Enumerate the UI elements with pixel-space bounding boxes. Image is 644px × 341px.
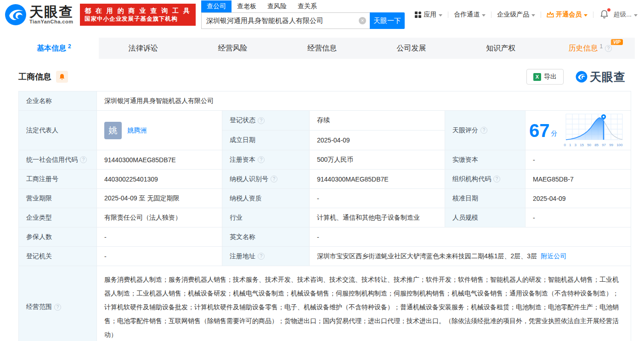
tab-label: 经营信息 [307,44,337,53]
tianyancha-logo[interactable]: 天眼查 TianYanCha.com [5,4,73,26]
tab-intellectual-property[interactable]: 知识产权 [456,38,546,59]
table-row: 工商注册号 440300225401309 纳税人识别号? 91440300MA… [19,170,631,189]
tab-history-info[interactable]: VIP 历史信息 1 ? [545,38,635,59]
help-icon[interactable]: ? [258,156,265,163]
reg-address-value: 深圳市宝安区西乡街道蚝业社区大铲湾蓝色未来科技园二期4栋1层、2层、3层附近公司 [310,247,631,266]
tab-operation-risk[interactable]: 经营风险 [188,38,277,59]
notification-red-dot [607,8,610,11]
table-row: 法定代表人 姚 姚腾洲 登记状态? 存续 天眼评分? 67 分 [19,111,631,131]
export-button[interactable]: X 导出 [526,69,564,85]
chevron-down-icon [584,14,588,17]
crown-icon [547,11,554,18]
help-icon[interactable]: ? [480,127,487,134]
search-tab-company[interactable]: 查公司 [201,0,232,12]
score-unit: 分 [551,130,558,138]
credit-code-label: 统一社会信用代码? [19,150,97,170]
credit-code-value: 91440300MAEG85DB7E [97,150,222,170]
reg-status-label: 登记状态? [222,111,310,131]
search-tab-relation[interactable]: 查关系 [292,0,322,12]
tyc-score-cell[interactable]: 67 分 [525,111,631,150]
score-chart-tick: 50 [587,143,591,147]
reg-address-label: 注册地址? [222,247,310,266]
search-tabs: 查公司 查老板 查风险 查关系 [201,0,405,12]
taxpayer-quality-value: - [310,189,445,208]
chevron-down-icon [482,14,486,17]
help-icon[interactable]: ? [605,45,612,52]
staff-size-value: - [525,208,631,227]
nearby-companies-link[interactable]: 附近公司 [541,252,566,260]
slogan-line1: 都 在 用 的 商 业 查 询 工 具 [85,6,191,15]
score-chart-tick: 100 [616,143,622,147]
score-chart-tick: 3 [575,143,576,147]
section-title: 工商信息 [18,71,51,82]
section-head: 工商信息 X 导出 天眼查 [18,69,626,85]
org-code-label: 组织机构代码? [445,170,525,189]
nav-enterprise[interactable]: 企业级产品 [497,11,535,19]
nav-super-account[interactable]: 超级... [613,11,638,19]
search-tab-boss[interactable]: 查老板 [232,0,262,12]
search-input[interactable] [206,17,359,25]
paid-capital-value: - [525,150,631,170]
help-icon[interactable]: ? [271,176,277,182]
tab-count: 1 [599,43,603,50]
business-scope-label: 经营范围? [19,266,97,341]
chevron-down-icon [634,14,638,17]
tab-basic-info[interactable]: 基本信息 2 [9,38,99,59]
header: 天眼查 TianYanCha.com 都 在 用 的 商 业 查 询 工 具 国… [0,0,644,29]
help-icon[interactable]: ? [258,253,265,260]
score-distribution-chart: 0131550859799100 [564,114,623,147]
tab-label: 公司发展 [397,44,426,53]
legal-rep-link[interactable]: 姚腾洲 [127,126,147,135]
industry-value: 计算机、通信和其他电子设备制造业 [310,208,445,227]
business-scope-text: 服务消费机器人制造；服务消费机器人销售；技术服务、技术开发、技术咨询、技术交流、… [104,273,623,341]
monitor-bell-icon[interactable] [56,71,68,83]
establish-date-label: 成立日期 [222,131,310,150]
help-icon[interactable]: ? [493,176,500,182]
tab-label: 法律诉讼 [129,44,158,53]
tyc-score-label: 天眼评分? [445,111,525,150]
table-row: 企业名称 深圳银河通用具身智能机器人有限公司 [19,91,631,111]
nav-super-label: 超级... [613,11,632,19]
tab-legal-litigation[interactable]: 法律诉讼 [99,38,188,59]
score-chart-tick: 99 [609,143,613,147]
help-icon[interactable]: ? [258,117,265,124]
tab-operation-info[interactable]: 经营信息 [277,38,367,59]
tianyancha-eye-icon [5,4,27,26]
company-name-value: 深圳银河通用具身智能机器人有限公司 [97,91,631,111]
slogan-line2: 国家中小企业发展子基金旗下机构 [85,15,191,23]
search-tab-risk[interactable]: 查风险 [262,0,292,12]
score-chart-tick: 97 [602,143,606,147]
table-row: 经营范围? 服务消费机器人制造；服务消费机器人销售；技术服务、技术开发、技术咨询… [19,266,631,341]
legal-rep-avatar[interactable]: 姚 [104,122,122,139]
clear-search-icon[interactable]: × [359,17,366,24]
establish-date-value: 2025-04-09 [310,131,445,150]
insured-count-label: 参保人数 [19,227,97,247]
approval-date-value: 2025-04-09 [525,189,631,208]
vip-badge: VIP [611,39,623,45]
staff-size-label: 人员规模 [445,208,525,227]
notification-bell-icon[interactable] [600,10,609,20]
score-value: 67 [529,121,550,140]
brand-name: 天眼查 [29,5,73,19]
export-label: 导出 [544,73,557,81]
tab-company-development[interactable]: 公司发展 [367,38,456,59]
score-chart-tick: 15 [580,143,584,147]
approval-date-label: 核准日期 [445,189,525,208]
help-icon[interactable]: ? [54,304,61,311]
nav-cooperation[interactable]: 合作通道 [454,11,486,19]
divider [593,11,593,18]
nav-open-vip[interactable]: 开通会员 [547,11,588,19]
search-button[interactable]: 天眼一下 [370,12,405,29]
brand-domain: TianYanCha.com [29,19,73,24]
nav-apps[interactable]: 应用 [415,11,442,19]
tab-label: 经营风险 [218,44,247,53]
nav-apps-label: 应用 [424,11,436,19]
score-chart-ticks: 0131550859799100 [564,143,623,147]
industry-label: 行业 [222,208,310,227]
help-icon[interactable]: ? [80,156,87,163]
table-row: 参保人数 - 英文名称 - [19,227,631,247]
reg-capital-value: 500万人民币 [310,150,445,170]
tab-label: 历史信息 [568,44,598,53]
brand-slogan: 都 在 用 的 商 业 查 询 工 具 国家中小企业发展子基金旗下机构 [80,4,196,26]
divider [541,11,541,18]
